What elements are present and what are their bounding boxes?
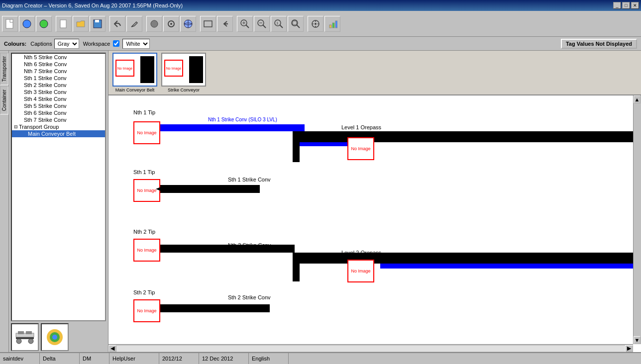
- new-btn[interactable]: [2, 16, 18, 32]
- svg-rect-3: [60, 20, 66, 28]
- tree-item[interactable]: Nth 5 Strike Conv: [12, 54, 105, 61]
- tag-values-button[interactable]: Tag Values Not Displayed: [561, 39, 637, 49]
- zoom-out-btn[interactable]: [254, 16, 270, 32]
- colors-bar: Colours: Captions Gray Workspace White T…: [0, 37, 641, 51]
- nth2-tip-label: Nth 2 Tip: [133, 229, 155, 235]
- scroll-down-btn[interactable]: ▼: [634, 336, 641, 344]
- sth1-arrow: [156, 185, 166, 193]
- canvas-area: No Image Main Conveyor Belt No Image Str…: [108, 51, 641, 352]
- edit-btn[interactable]: [126, 16, 142, 32]
- sth2-tip-label: Sth 2 Tip: [133, 289, 155, 295]
- tree-item[interactable]: Sth 4 Strike Conv: [12, 95, 105, 102]
- svg-rect-11: [204, 21, 212, 27]
- svg-point-1: [23, 20, 31, 28]
- nth1-blue-belt-small: [300, 142, 349, 146]
- horizontal-scrollbar[interactable]: ◀ ▶: [108, 344, 633, 352]
- status-role: HelpUser: [109, 353, 159, 364]
- zoom-fit-btn[interactable]: [288, 16, 304, 32]
- settings-btn[interactable]: [163, 16, 179, 32]
- tree-panel[interactable]: Nth 5 Strike Conv Nth 6 Strike Conv Nth …: [11, 53, 106, 321]
- container-icon-item[interactable]: [41, 323, 69, 351]
- open-btn[interactable]: [19, 16, 35, 32]
- svg-rect-33: [335, 21, 337, 28]
- file-btn[interactable]: [56, 16, 72, 32]
- sth1-tip-label: Sth 1 Tip: [133, 169, 155, 175]
- nth1-tip-label: Nth 1 Tip: [133, 109, 155, 115]
- captions-select[interactable]: Gray: [54, 39, 79, 49]
- tree-item[interactable]: Sth 3 Strike Conv: [12, 89, 105, 95]
- transporter-icon-item[interactable]: [11, 323, 39, 351]
- scroll-left-btn[interactable]: ◀: [108, 345, 116, 352]
- thumb-no-image-2: No Image: [164, 60, 183, 77]
- nth1-black-belt-vert: [293, 131, 300, 162]
- svg-line-20: [280, 25, 283, 28]
- svg-rect-32: [332, 23, 334, 28]
- svg-rect-5: [95, 20, 99, 22]
- status-app: Delta: [40, 353, 80, 364]
- level2-blue-belt: [380, 264, 639, 269]
- workspace-checkbox[interactable]: [113, 40, 119, 47]
- nth1-blue-belt-top: [160, 124, 305, 131]
- circle-btn[interactable]: [146, 16, 162, 32]
- svg-point-2: [40, 20, 48, 28]
- thumb-black-rect: [140, 56, 154, 83]
- nth2-black-belt-h: [160, 245, 295, 253]
- save-btn[interactable]: [90, 16, 106, 32]
- svg-point-26: [315, 23, 317, 25]
- diagram-canvas[interactable]: Nth 1 Tip No Image Nth 1 Strike Conv (SI…: [108, 95, 641, 352]
- tree-item[interactable]: Sth 6 Strike Conv: [12, 109, 105, 116]
- thumb-main-conveyor[interactable]: No Image Main Conveyor Belt: [112, 53, 157, 92]
- svg-point-8: [170, 23, 172, 25]
- status-date: 12 Dec 2012: [199, 353, 249, 364]
- scroll-right-btn[interactable]: ▶: [625, 345, 633, 352]
- title-controls[interactable]: _ □ ✕: [613, 2, 639, 9]
- transporter-tab[interactable]: Transporter: [0, 53, 8, 85]
- tree-item[interactable]: Nth 6 Strike Conv: [12, 61, 105, 68]
- left-tab-panel: Transporter Container: [0, 51, 9, 352]
- title-bar: Diagram Creator – Version 6, Saved On Au…: [0, 0, 641, 11]
- tree-item[interactable]: Nth 7 Strike Conv: [12, 68, 105, 75]
- app-title: Diagram Creator – Version 6, Saved On Au…: [2, 2, 183, 8]
- sth1-strike-label: Sth 1 Strike Conv: [228, 177, 271, 182]
- thumb-black-rect-2: [189, 56, 203, 83]
- container-tab[interactable]: Container: [0, 86, 8, 114]
- workspace-select[interactable]: White: [122, 39, 150, 49]
- globe-btn[interactable]: [180, 16, 196, 32]
- svg-rect-0: [6, 19, 13, 28]
- svg-rect-39: [16, 337, 34, 339]
- tree-item[interactable]: Sth 1 Strike Conv: [12, 75, 105, 82]
- config-btn[interactable]: [308, 16, 323, 32]
- close-btn[interactable]: ✕: [631, 2, 639, 9]
- nth1-strike-label: Nth 1 Strike Conv (SILO 3 LVL): [208, 117, 277, 122]
- zoom-1-btn[interactable]: 1: [271, 16, 287, 32]
- help-btn[interactable]: [36, 16, 52, 32]
- level1-no-image: No Image: [347, 137, 374, 160]
- maximize-btn[interactable]: □: [622, 2, 630, 9]
- undo-btn[interactable]: [109, 16, 125, 32]
- scroll-up-btn[interactable]: ▲: [634, 95, 641, 103]
- main-conveyor-belt-item[interactable]: Main Conveyor Belt: [12, 130, 105, 137]
- tree-item[interactable]: Sth 5 Strike Conv: [12, 102, 105, 109]
- transport-group-item[interactable]: ⊟ Transport Group: [12, 123, 105, 130]
- folder-btn[interactable]: [73, 16, 89, 32]
- back-btn[interactable]: [217, 16, 233, 32]
- svg-text:1: 1: [276, 21, 279, 25]
- tree-item[interactable]: Sth 2 Strike Conv: [12, 82, 105, 89]
- nth2-black-belt-vert: [293, 253, 300, 281]
- report-btn[interactable]: [324, 16, 340, 32]
- vertical-scrollbar[interactable]: ▲ ▼: [633, 95, 641, 344]
- left-sidebar: Nth 5 Strike Conv Nth 6 Strike Conv Nth …: [9, 51, 108, 352]
- minimize-btn[interactable]: _: [613, 2, 621, 9]
- svg-line-17: [263, 25, 266, 28]
- thumb-strike-conveyor[interactable]: No Image Strike Conveyor: [161, 53, 206, 92]
- svg-line-23: [297, 25, 300, 28]
- status-mode: DM: [80, 353, 109, 364]
- tree-item[interactable]: Sth 7 Strike Conv: [12, 116, 105, 123]
- zoom-in-btn[interactable]: [237, 16, 253, 32]
- screen-btn[interactable]: [200, 16, 216, 32]
- status-user: saintdev: [0, 353, 40, 364]
- scroll-track-h: [116, 346, 625, 352]
- thumbnail-strip: No Image Main Conveyor Belt No Image Str…: [108, 51, 641, 95]
- sth2-strike-label: Sth 2 Strike Conv: [228, 294, 271, 300]
- group-label: Transport Group: [19, 124, 59, 130]
